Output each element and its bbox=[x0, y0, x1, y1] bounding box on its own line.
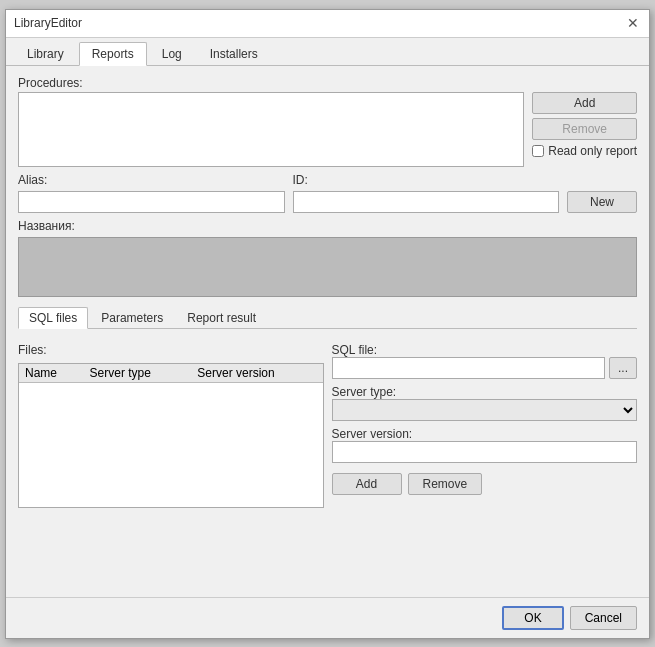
bottom-bar: OK Cancel bbox=[6, 597, 649, 638]
server-type-select[interactable] bbox=[332, 399, 638, 421]
inner-tab-parameters[interactable]: Parameters bbox=[90, 307, 174, 328]
files-table[interactable]: Name Server type Server version bbox=[18, 363, 324, 508]
procedures-row: Add Remove Read only report bbox=[18, 92, 637, 167]
cancel-button[interactable]: Cancel bbox=[570, 606, 637, 630]
nazvania-area bbox=[18, 237, 637, 297]
tab-log[interactable]: Log bbox=[149, 42, 195, 65]
tab-reports[interactable]: Reports bbox=[79, 42, 147, 66]
alias-input[interactable] bbox=[18, 191, 285, 213]
sql-remove-button[interactable]: Remove bbox=[408, 473, 483, 495]
main-window: LibraryEditor ✕ Library Reports Log Inst… bbox=[5, 9, 650, 639]
server-version-input[interactable] bbox=[332, 441, 638, 463]
alias-group: Alias: bbox=[18, 173, 285, 213]
sql-files-content: Files: Name Server type Server version bbox=[18, 343, 637, 587]
alias-label: Alias: bbox=[18, 173, 285, 187]
server-version-label: Server version: bbox=[332, 427, 413, 441]
procedures-label: Procedures: bbox=[18, 76, 637, 90]
alias-id-row: Alias: ID: New bbox=[18, 173, 637, 213]
close-button[interactable]: ✕ bbox=[625, 16, 641, 30]
sql-panel-buttons: Add Remove bbox=[332, 473, 638, 495]
files-label: Files: bbox=[18, 343, 324, 357]
window-title: LibraryEditor bbox=[14, 16, 82, 30]
procedures-section: Procedures: Add Remove Read only report bbox=[18, 76, 637, 167]
col-server-type: Server type bbox=[84, 364, 192, 383]
sql-panel: SQL file: ... Server type: Server versio… bbox=[332, 343, 638, 587]
inner-tab-sql-files[interactable]: SQL files bbox=[18, 307, 88, 329]
id-group: ID: bbox=[293, 173, 560, 213]
sql-file-label: SQL file: bbox=[332, 343, 378, 357]
readonly-label: Read only report bbox=[548, 144, 637, 158]
sql-add-button[interactable]: Add bbox=[332, 473, 402, 495]
sql-file-input[interactable] bbox=[332, 357, 606, 379]
tab-library[interactable]: Library bbox=[14, 42, 77, 65]
server-version-group: Server version: bbox=[332, 427, 638, 463]
procedures-buttons: Add Remove Read only report bbox=[532, 92, 637, 158]
remove-procedure-button[interactable]: Remove bbox=[532, 118, 637, 140]
server-type-label: Server type: bbox=[332, 385, 397, 399]
sql-file-row: ... bbox=[332, 357, 638, 379]
readonly-checkbox[interactable] bbox=[532, 145, 544, 157]
id-label: ID: bbox=[293, 173, 560, 187]
content-area: Procedures: Add Remove Read only report … bbox=[6, 66, 649, 597]
col-name: Name bbox=[19, 364, 84, 383]
nazvania-label: Названия: bbox=[18, 219, 637, 233]
server-type-group: Server type: bbox=[332, 385, 638, 421]
files-panel: Files: Name Server type Server version bbox=[18, 343, 324, 587]
inner-tab-report-result[interactable]: Report result bbox=[176, 307, 267, 328]
sql-file-group: SQL file: ... bbox=[332, 343, 638, 379]
new-button[interactable]: New bbox=[567, 191, 637, 213]
ok-button[interactable]: OK bbox=[502, 606, 563, 630]
nazvania-section: Названия: bbox=[18, 219, 637, 297]
tab-installers[interactable]: Installers bbox=[197, 42, 271, 65]
col-server-version: Server version bbox=[191, 364, 322, 383]
titlebar: LibraryEditor ✕ bbox=[6, 10, 649, 38]
procedures-list[interactable] bbox=[18, 92, 524, 167]
main-tabs: Library Reports Log Installers bbox=[6, 38, 649, 66]
readonly-row: Read only report bbox=[532, 144, 637, 158]
id-input[interactable] bbox=[293, 191, 560, 213]
files-table-inner: Name Server type Server version bbox=[19, 364, 323, 383]
browse-button[interactable]: ... bbox=[609, 357, 637, 379]
inner-tabs: SQL files Parameters Report result bbox=[18, 307, 637, 329]
add-procedure-button[interactable]: Add bbox=[532, 92, 637, 114]
